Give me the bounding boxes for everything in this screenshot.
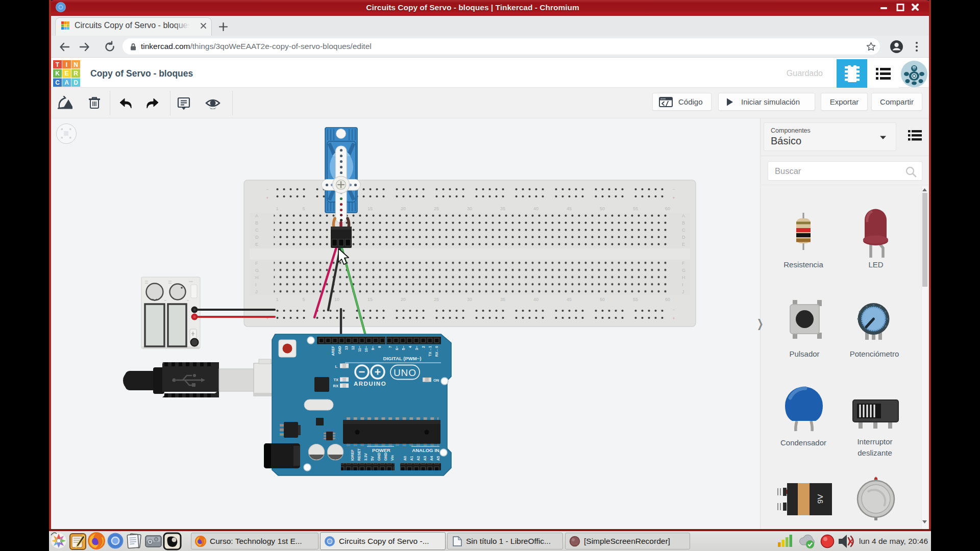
svg-text:20: 20 xyxy=(401,206,406,211)
svg-text:−: − xyxy=(266,187,268,192)
svg-text:25: 25 xyxy=(434,206,439,211)
svg-text:12: 12 xyxy=(351,346,355,350)
svg-text:GND: GND xyxy=(383,453,388,461)
svg-text:50: 50 xyxy=(600,297,605,302)
svg-text:RESET: RESET xyxy=(357,448,361,461)
svg-text:I: I xyxy=(682,282,683,287)
svg-text:35: 35 xyxy=(500,297,505,302)
svg-text:5V: 5V xyxy=(370,456,375,461)
svg-text:10~: 10~ xyxy=(364,346,369,352)
svg-text:Condensador: Condensador xyxy=(780,438,826,447)
svg-text:F: F xyxy=(682,261,685,266)
svg-text:K: K xyxy=(55,70,60,77)
svg-text:TX: TX xyxy=(333,378,338,382)
svg-text:35: 35 xyxy=(500,206,505,211)
svg-text:C: C xyxy=(55,79,60,86)
svg-text:25: 25 xyxy=(434,297,439,302)
svg-text:A1: A1 xyxy=(409,456,414,461)
svg-text:60: 60 xyxy=(665,297,670,302)
svg-text:Resistencia: Resistencia xyxy=(783,260,823,269)
svg-text:30: 30 xyxy=(467,206,472,211)
svg-text:3.3V: 3.3V xyxy=(363,453,368,461)
svg-text:POWER: POWER xyxy=(372,447,390,453)
svg-text:A: A xyxy=(255,213,258,218)
svg-text:deslizante: deslizante xyxy=(857,448,892,457)
svg-text:L: L xyxy=(335,364,337,369)
svg-text:30: 30 xyxy=(467,297,472,302)
svg-text:55: 55 xyxy=(633,206,638,211)
svg-text:A4: A4 xyxy=(429,456,434,461)
svg-text:ON: ON xyxy=(433,378,439,383)
svg-text:T: T xyxy=(56,61,60,68)
svg-text:2: 2 xyxy=(421,346,426,348)
svg-text:9V: 9V xyxy=(816,494,824,504)
svg-text:A: A xyxy=(64,79,69,86)
svg-text:RX←0: RX←0 xyxy=(434,346,439,357)
svg-text:N: N xyxy=(74,61,78,68)
svg-text:F: F xyxy=(255,261,258,266)
svg-text:1: 1 xyxy=(276,297,278,302)
svg-text:H: H xyxy=(682,275,685,280)
svg-text:DIGITAL (PWM~): DIGITAL (PWM~) xyxy=(383,356,422,361)
svg-text:Potenciómetro: Potenciómetro xyxy=(850,349,899,358)
svg-text:45: 45 xyxy=(567,206,572,211)
svg-text:J: J xyxy=(255,289,258,294)
svg-text:45: 45 xyxy=(567,297,572,302)
svg-text:LED: LED xyxy=(868,260,883,269)
svg-text:J: J xyxy=(682,289,684,294)
svg-text:GND: GND xyxy=(337,346,342,354)
svg-text:6~: 6~ xyxy=(395,346,399,350)
svg-text:E: E xyxy=(682,242,685,247)
svg-text:−: − xyxy=(672,187,675,192)
svg-text:7: 7 xyxy=(388,346,393,348)
svg-text:50: 50 xyxy=(600,206,605,211)
svg-text:GND: GND xyxy=(377,453,381,461)
svg-text:B: B xyxy=(255,220,258,226)
svg-text:B: B xyxy=(682,220,685,226)
svg-text:1: 1 xyxy=(276,206,278,211)
svg-text:I: I xyxy=(66,61,67,68)
svg-text:15: 15 xyxy=(368,297,373,302)
svg-text:60: 60 xyxy=(665,206,670,211)
svg-text:AREF: AREF xyxy=(331,345,335,356)
svg-text:+: + xyxy=(672,195,675,201)
svg-text:D: D xyxy=(74,79,78,86)
svg-text:9~: 9~ xyxy=(371,346,375,350)
svg-text:H: H xyxy=(255,275,259,280)
svg-text:A5: A5 xyxy=(436,456,440,461)
svg-text:D: D xyxy=(255,235,259,240)
svg-text:5: 5 xyxy=(302,206,305,211)
svg-text:13: 13 xyxy=(344,346,349,350)
svg-text:Interruptor: Interruptor xyxy=(857,437,892,446)
svg-text:G: G xyxy=(255,268,259,273)
svg-text:5: 5 xyxy=(302,297,305,302)
svg-text:E: E xyxy=(64,70,68,77)
svg-text:20: 20 xyxy=(401,297,406,302)
svg-text:15: 15 xyxy=(368,206,373,211)
svg-text:10: 10 xyxy=(334,297,339,302)
svg-text:UNO: UNO xyxy=(394,367,416,378)
svg-text:IOREF: IOREF xyxy=(350,449,355,461)
svg-text:3~: 3~ xyxy=(414,346,419,350)
svg-text:D: D xyxy=(682,235,685,240)
svg-text:8: 8 xyxy=(377,346,382,348)
svg-text:A2: A2 xyxy=(416,456,421,461)
svg-text:C: C xyxy=(255,228,259,233)
svg-text:ANALOG IN: ANALOG IN xyxy=(412,447,439,453)
svg-text:Pulsador: Pulsador xyxy=(789,349,819,358)
svg-text:+: + xyxy=(266,195,268,201)
svg-text:A: A xyxy=(682,213,685,218)
svg-text:C: C xyxy=(682,228,685,233)
svg-text:55: 55 xyxy=(633,297,638,302)
svg-text:5~: 5~ xyxy=(401,346,406,350)
svg-text:A3: A3 xyxy=(423,456,427,461)
svg-text:−: − xyxy=(672,307,675,312)
svg-text:RX: RX xyxy=(333,384,338,388)
svg-text:Vin: Vin xyxy=(390,455,395,461)
svg-text:40: 40 xyxy=(533,297,538,302)
svg-text:R: R xyxy=(74,70,78,77)
svg-text:I: I xyxy=(255,282,257,287)
svg-text:A0: A0 xyxy=(403,456,407,461)
svg-text:G: G xyxy=(682,268,685,273)
svg-text:11~: 11~ xyxy=(357,346,362,352)
